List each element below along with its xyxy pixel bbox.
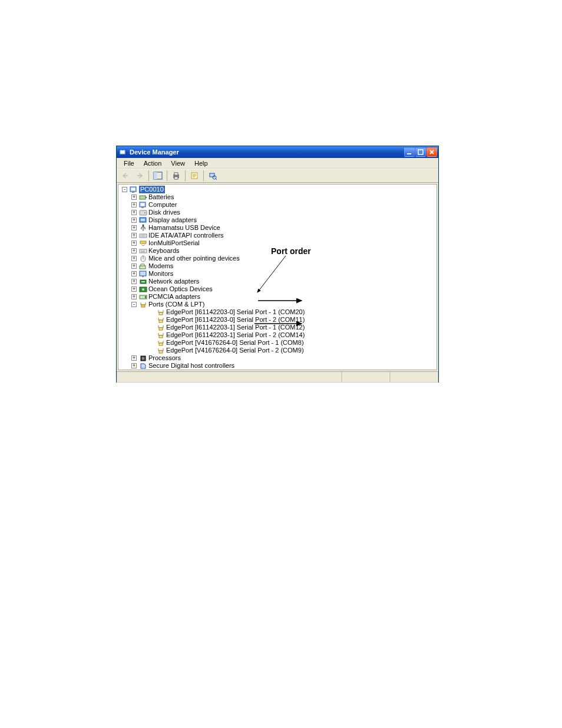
tree-category[interactable]: +Monitors xyxy=(121,270,437,278)
svg-rect-1 xyxy=(121,151,124,153)
tree-category[interactable]: +Batteries xyxy=(121,193,437,201)
expand-icon[interactable]: + xyxy=(131,248,137,253)
svg-rect-3 xyxy=(418,150,423,154)
menu-action[interactable]: Action xyxy=(139,159,167,167)
tree-category-label[interactable]: Mice and other pointing devices xyxy=(148,255,240,262)
tree-item-label[interactable]: EdgePort [I61142203-0] Serial Port - 1 (… xyxy=(166,308,305,316)
tree-category[interactable]: +Network adapters xyxy=(121,278,437,285)
tree-category-label[interactable]: Computer xyxy=(148,201,177,209)
expand-icon[interactable]: + xyxy=(131,233,137,238)
collapse-icon[interactable]: - xyxy=(131,302,137,307)
tree-category[interactable]: +Sound, video and game controllers xyxy=(121,370,437,370)
tree-item-label[interactable]: EdgePort [V41676264-0] Serial Port - 1 (… xyxy=(166,339,304,347)
tree-category-label[interactable]: IonMultiPortSerial xyxy=(148,239,200,247)
expand-icon[interactable]: + xyxy=(131,286,137,292)
ide-icon xyxy=(139,232,147,239)
expand-icon[interactable]: + xyxy=(131,218,137,223)
statusbar xyxy=(117,371,438,382)
expand-icon[interactable]: + xyxy=(131,271,137,276)
tree-category-label[interactable]: Monitors xyxy=(148,270,173,278)
tree-category[interactable]: +Computer xyxy=(121,201,437,209)
tree-root-label[interactable]: PC0010 xyxy=(139,186,165,193)
expand-icon[interactable]: + xyxy=(131,263,137,269)
tree-item[interactable]: EdgePort [I61142203-1] Serial Port - 1 (… xyxy=(130,324,437,331)
expand-icon[interactable]: + xyxy=(131,202,137,207)
tree-category-label[interactable]: Modems xyxy=(148,262,173,270)
minimize-button[interactable] xyxy=(404,147,415,157)
collapse-icon[interactable]: - xyxy=(122,187,127,192)
tree-category-label[interactable]: IDE ATA/ATAPI controllers xyxy=(148,232,224,239)
svg-rect-34 xyxy=(141,281,145,282)
tree-category-label[interactable]: Display adapters xyxy=(148,216,197,224)
disk-icon xyxy=(139,209,147,216)
expand-icon[interactable]: + xyxy=(131,363,137,368)
tree-category-label[interactable]: Network adapters xyxy=(148,278,199,285)
properties-button[interactable] xyxy=(188,170,201,182)
optics-icon xyxy=(139,286,147,293)
tree-item-label[interactable]: EdgePort [I61142203-0] Serial Port - 2 (… xyxy=(166,316,305,324)
menu-file[interactable]: File xyxy=(119,159,139,167)
device-manager-window: Device Manager File Action View Help xyxy=(116,146,439,383)
tree-category[interactable]: +Hamamatsu USB Device xyxy=(121,224,437,232)
tree-category[interactable]: +Ocean Optics Devices xyxy=(121,285,437,293)
tree-category-label[interactable]: Ports (COM & LPT) xyxy=(148,301,204,308)
display-icon xyxy=(139,217,147,224)
tree-item[interactable]: EdgePort [I61142203-0] Serial Port - 1 (… xyxy=(130,308,437,316)
scan-hardware-button[interactable] xyxy=(206,170,219,182)
battery-icon xyxy=(139,194,147,201)
tree-category-label[interactable]: Batteries xyxy=(148,193,174,201)
network-icon xyxy=(139,278,147,285)
forward-button[interactable] xyxy=(133,170,146,182)
tree-category-label[interactable]: Secure Digital host controllers xyxy=(148,362,234,370)
expand-icon[interactable]: + xyxy=(131,294,137,299)
tree-category-label[interactable]: Sound, video and game controllers xyxy=(148,370,249,370)
tree-item-label[interactable]: EdgePort [V41676264-0] Serial Port - 2 (… xyxy=(166,347,304,354)
expand-icon[interactable]: + xyxy=(131,241,137,246)
menu-view[interactable]: View xyxy=(166,159,190,167)
expand-icon[interactable]: + xyxy=(131,210,137,215)
expand-icon[interactable]: + xyxy=(131,195,137,200)
tree-category-label[interactable]: Disk drives xyxy=(148,209,180,216)
expand-icon[interactable]: + xyxy=(131,355,137,361)
expand-icon[interactable]: + xyxy=(131,256,137,261)
titlebar[interactable]: Device Manager xyxy=(117,146,438,158)
tree-item-label[interactable]: EdgePort [I61142203-1] Serial Port - 1 (… xyxy=(166,324,305,331)
tree-category[interactable]: +Processors xyxy=(121,354,437,362)
maximize-button[interactable] xyxy=(415,147,426,157)
tree-item[interactable]: EdgePort [V41676264-0] Serial Port - 2 (… xyxy=(130,347,437,354)
tree-category[interactable]: +Mice and other pointing devices xyxy=(121,255,437,262)
tree-category[interactable]: +Display adapters xyxy=(121,216,437,224)
expand-icon[interactable]: + xyxy=(131,225,137,230)
tree-category[interactable]: +Disk drives xyxy=(121,209,437,216)
svg-rect-8 xyxy=(174,177,178,179)
tree-category-label[interactable]: Ocean Optics Devices xyxy=(148,285,213,293)
tree-item[interactable]: EdgePort [V41676264-0] Serial Port - 1 (… xyxy=(130,339,437,347)
show-hide-tree-button[interactable] xyxy=(151,170,164,182)
device-tree[interactable]: -PC0010+Batteries+Computer+Disk drives+D… xyxy=(118,184,437,370)
tree-category[interactable]: +IonMultiPortSerial xyxy=(121,239,437,247)
tree-category-label[interactable]: Processors xyxy=(148,354,181,362)
tree-item[interactable]: EdgePort [I61142203-1] Serial Port - 2 (… xyxy=(130,331,437,339)
tree-category[interactable]: +PCMCIA adapters xyxy=(121,293,437,301)
tree-category[interactable]: +Keyboards xyxy=(121,247,437,255)
menu-help[interactable]: Help xyxy=(190,159,213,167)
toolbar xyxy=(117,169,438,183)
tree-category-label[interactable]: Hamamatsu USB Device xyxy=(148,224,220,232)
tree-category-label[interactable]: PCMCIA adapters xyxy=(148,293,200,301)
tree-item[interactable]: EdgePort [I61142203-0] Serial Port - 2 (… xyxy=(130,316,437,324)
close-button[interactable] xyxy=(427,147,437,157)
tree-item-label[interactable]: EdgePort [I61142203-1] Serial Port - 2 (… xyxy=(166,331,305,339)
svg-rect-45 xyxy=(159,351,163,353)
print-button[interactable] xyxy=(170,170,183,182)
expand-icon[interactable]: + xyxy=(131,279,137,284)
back-button[interactable] xyxy=(119,170,132,182)
tree-category[interactable]: -Ports (COM & LPT)EdgePort [I61142203-0]… xyxy=(121,301,437,354)
tree-root-node[interactable]: -PC0010+Batteries+Computer+Disk drives+D… xyxy=(118,186,437,370)
port-icon xyxy=(157,309,165,316)
tree-category[interactable]: +Secure Digital host controllers xyxy=(121,362,437,370)
svg-point-24 xyxy=(143,225,144,226)
tree-category[interactable]: +Modems xyxy=(121,262,437,270)
tree-category[interactable]: +IDE ATA/ATAPI controllers xyxy=(121,232,437,239)
tree-category-label[interactable]: Keyboards xyxy=(148,247,180,255)
spacer xyxy=(149,348,154,353)
